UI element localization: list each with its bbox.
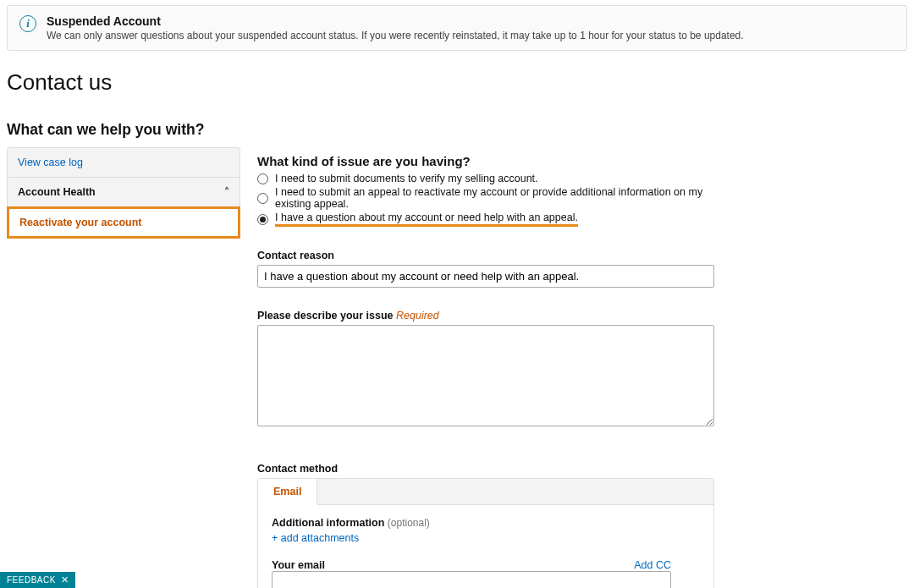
contact-method-box: Email Additional information (optional) … (257, 478, 714, 588)
issue-heading: What kind of issue are you having? (257, 154, 714, 168)
your-email-label: Your email (272, 559, 325, 571)
describe-issue-textarea[interactable] (257, 325, 714, 426)
additional-info-label: Additional information (272, 517, 384, 529)
alert-title: Suspended Account (47, 14, 744, 28)
describe-label: Please describe your issue (257, 310, 394, 321)
radio-icon-checked (257, 214, 268, 225)
contact-method-tabs: Email (258, 479, 713, 505)
describe-label-row: Please describe your issue Required (257, 310, 714, 321)
contact-reason-input[interactable] (257, 265, 714, 288)
feedback-tab[interactable]: FEEDBACK ✕ (0, 572, 75, 588)
feedback-label: FEEDBACK (7, 575, 56, 585)
contact-reason-label: Contact reason (257, 250, 714, 261)
tab-email[interactable]: Email (258, 479, 317, 505)
required-text: Required (396, 310, 439, 321)
issue-option-0[interactable]: I need to submit documents to verify my … (257, 172, 714, 185)
close-icon[interactable]: ✕ (61, 574, 69, 585)
sidebar-section-label: Account Health (18, 186, 96, 198)
help-heading: What can we help you with? (7, 121, 907, 139)
issue-option-1[interactable]: I need to submit an appeal to reactivate… (257, 185, 714, 211)
issue-option-2[interactable]: I have a question about my account or ne… (257, 211, 714, 228)
alert-body: We can only answer questions about your … (47, 30, 744, 41)
additional-info-optional: (optional) (388, 517, 430, 529)
add-cc-link[interactable]: Add CC (634, 559, 671, 571)
info-icon: i (19, 15, 36, 32)
issue-option-label: I need to submit an appeal to reactivate… (275, 186, 714, 210)
issue-option-label: I need to submit documents to verify my … (275, 173, 538, 184)
radio-icon (257, 193, 268, 204)
suspended-account-alert: i Suspended Account We can only answer q… (7, 5, 907, 51)
sidebar-item-reactivate-account[interactable]: Reactivate your account (7, 206, 240, 239)
view-case-log-link[interactable]: View case log (8, 148, 240, 178)
radio-icon (257, 173, 268, 184)
page-title: Contact us (7, 69, 907, 96)
sidebar-section-account-health[interactable]: Account Health ˄ (8, 178, 240, 207)
contact-method-label: Contact method (257, 463, 714, 475)
additional-info-label-row: Additional information (optional) (272, 517, 700, 529)
chevron-up-icon: ˄ (224, 186, 229, 198)
main-content: What kind of issue are you having? I nee… (257, 147, 731, 588)
your-email-input[interactable] (272, 571, 671, 588)
sidebar: View case log Account Health ˄ Reactivat… (7, 147, 240, 239)
issue-option-label: I have a question about my account or ne… (275, 212, 578, 227)
add-attachments-link[interactable]: + add attachments (272, 532, 700, 544)
